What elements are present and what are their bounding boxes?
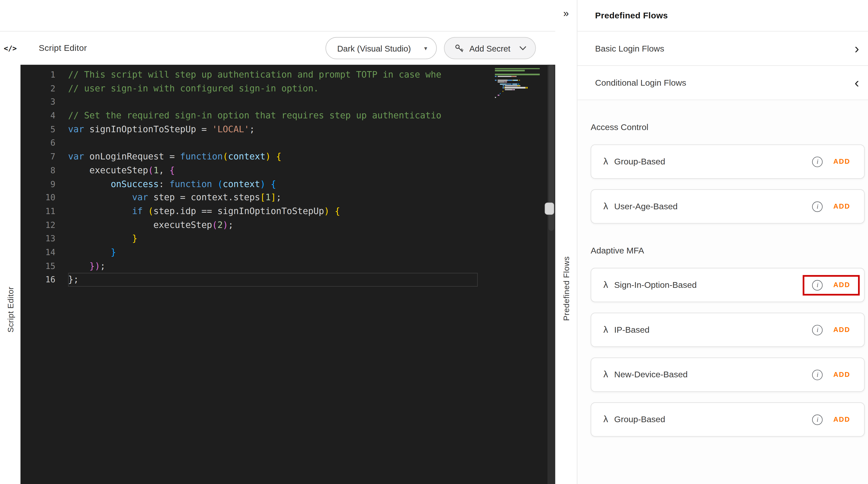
flow-card[interactable]: λ New-Device-Based i ADD — [591, 357, 865, 392]
flow-actions: i ADD — [803, 151, 860, 172]
lambda-icon: λ — [603, 280, 608, 290]
predefined-flows-vertical-label: Predefined Flows — [562, 256, 570, 321]
flow-actions: i ADD — [803, 196, 860, 217]
flow-name: New-Device-Based — [614, 370, 688, 380]
theme-dropdown[interactable]: Dark (Visual Studio) ▾ — [326, 37, 437, 59]
flow-card[interactable]: λ Sign-In-Option-Based i ADD — [591, 268, 865, 302]
add-secret-label: Add Secret — [469, 43, 510, 53]
chevron-down-icon — [519, 45, 526, 51]
flow-card[interactable]: λ User-Age-Based i ADD — [591, 189, 865, 224]
info-icon[interactable]: i — [812, 201, 823, 212]
section-title-adaptive-mfa: Adaptive MFA — [591, 246, 865, 256]
script-editor-panel: </> Script Editor Dark (Visual Studio) ▾… — [0, 0, 555, 484]
script-editor-vertical-label: Script Editor — [6, 287, 14, 332]
accordion-conditional-login-flows[interactable]: Conditional Login Flows ‹ — [578, 66, 868, 100]
predefined-flows-header: Predefined Flows — [578, 0, 868, 32]
panel-title: Predefined Flows — [595, 10, 668, 21]
accordion-label: Conditional Login Flows — [595, 78, 686, 88]
flow-name: IP-Based — [614, 325, 650, 335]
add-flow-button[interactable]: ADD — [833, 281, 850, 289]
info-icon[interactable]: i — [812, 414, 823, 425]
chevron-right-icon: › — [855, 41, 859, 55]
flow-actions: i ADD — [803, 409, 860, 430]
section-title-access-control: Access Control — [591, 122, 865, 132]
editor-scrollbar[interactable] — [548, 65, 555, 484]
left-rail: Script Editor — [0, 65, 21, 484]
lambda-icon: λ — [603, 201, 608, 212]
add-flow-button[interactable]: ADD — [833, 326, 850, 334]
flow-name: Group-Based — [614, 157, 665, 167]
flow-card[interactable]: λ IP-Based i ADD — [591, 313, 865, 347]
flow-actions: i ADD — [803, 320, 860, 340]
key-icon — [454, 43, 464, 53]
accordion-basic-login-flows[interactable]: Basic Login Flows › — [578, 32, 868, 66]
predefined-flows-panel: Predefined Flows Basic Login Flows › Con… — [578, 0, 868, 484]
info-icon[interactable]: i — [812, 156, 823, 167]
add-flow-button[interactable]: ADD — [833, 416, 850, 423]
app-window: </> Script Editor Dark (Visual Studio) ▾… — [0, 0, 868, 484]
minimap-content — [495, 68, 546, 99]
flow-actions: i ADD — [803, 364, 860, 385]
panel-resize-handle[interactable] — [545, 203, 554, 215]
info-icon[interactable]: i — [812, 280, 823, 290]
add-flow-button[interactable]: ADD — [833, 203, 850, 210]
flow-card[interactable]: λ Group-Based i ADD — [591, 402, 865, 437]
flow-name: User-Age-Based — [614, 201, 678, 212]
add-flow-button[interactable]: ADD — [833, 371, 850, 379]
code-editor[interactable]: 12345678910111213141516 // This script w… — [21, 65, 555, 484]
add-secret-button[interactable]: Add Secret — [444, 37, 536, 59]
top-strip — [0, 0, 555, 32]
collapse-panel-button[interactable]: » — [555, 8, 577, 19]
predefined-flows-rail: » Predefined Flows — [555, 0, 578, 484]
accordion-label: Basic Login Flows — [595, 43, 664, 54]
info-icon[interactable]: i — [812, 369, 823, 380]
script-editor-header: </> Script Editor Dark (Visual Studio) ▾… — [0, 32, 555, 65]
code-icon: </> — [0, 44, 21, 52]
chevron-left-icon: ‹ — [855, 76, 859, 90]
editor-body: Script Editor 12345678910111213141516 //… — [0, 65, 555, 484]
flow-actions-highlighted: i ADD — [803, 275, 860, 295]
line-numbers: 12345678910111213141516 — [21, 68, 68, 484]
flows-list: Access Control λ Group-Based i ADD λ Use… — [578, 100, 868, 484]
theme-dropdown-value: Dark (Visual Studio) — [337, 43, 411, 53]
add-flow-button[interactable]: ADD — [833, 158, 850, 165]
lambda-icon: λ — [603, 156, 608, 167]
minimap[interactable] — [495, 68, 546, 99]
lambda-icon: λ — [603, 324, 608, 335]
chevron-down-icon: ▾ — [424, 45, 427, 52]
lambda-icon: λ — [603, 414, 608, 425]
info-icon[interactable]: i — [812, 325, 823, 335]
code-lines[interactable]: // This script will step up authenticati… — [68, 68, 555, 484]
lambda-icon: λ — [603, 369, 608, 380]
script-editor-title: Script Editor — [39, 43, 87, 53]
flow-name: Sign-In-Option-Based — [614, 280, 697, 290]
flow-name: Group-Based — [614, 415, 665, 425]
flow-card[interactable]: λ Group-Based i ADD — [591, 144, 865, 179]
